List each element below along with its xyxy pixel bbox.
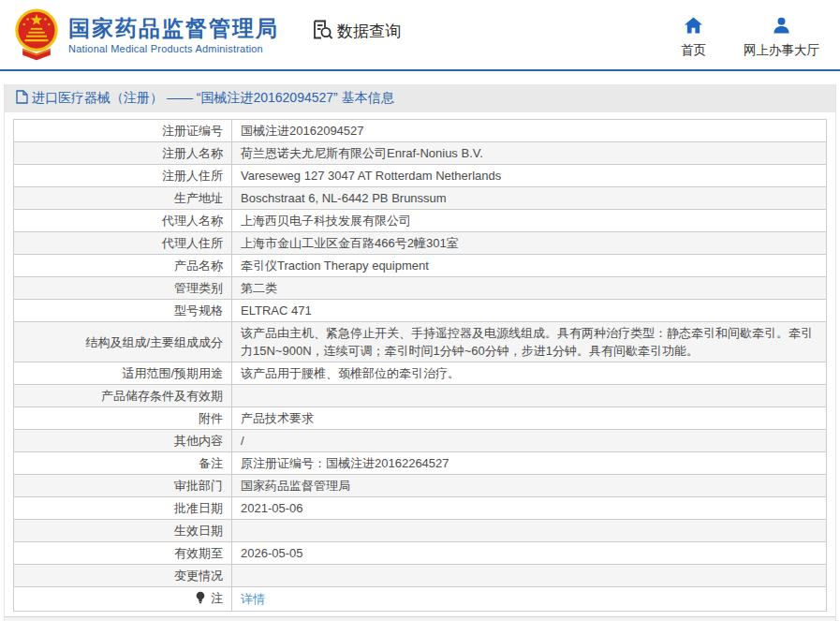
row-value-cell: Vareseweg 127 3047 AT Rotterdam Netherla…	[232, 165, 827, 187]
row-value-cell: 原注册证编号：国械注进20162264527	[232, 452, 827, 475]
nav-home[interactable]: 首页	[681, 17, 706, 59]
row-value-cell: 详情	[232, 587, 827, 612]
row-label: 注	[211, 591, 223, 605]
row-value-cell: Boschstraat 6, NL-6442 PB Brunssum	[232, 187, 827, 210]
row-label: 生产地址	[174, 191, 223, 205]
table-row: 有效期至 2026-05-05	[14, 542, 827, 565]
row-label: 代理人名称	[162, 214, 223, 228]
row-label-cell: 批准日期	[14, 497, 232, 520]
row-label: 备注	[199, 456, 223, 470]
site-title: 国家药品监督管理局	[68, 16, 279, 40]
row-label: 注册证编号	[162, 124, 223, 138]
row-value-cell: 牵引仪Traction Therapy equipment	[232, 255, 827, 277]
row-value-cell: 国械注进20162094527	[232, 120, 827, 142]
home-icon	[685, 17, 702, 37]
row-label-cell: 审批部门	[14, 475, 232, 497]
table-row: 注 详情	[14, 587, 827, 612]
row-label-cell: 注册人名称	[14, 142, 232, 165]
registration-info-table: 注册证编号 国械注进20162094527 注册人名称 荷兰恩诺夫尤尼斯有限公司…	[13, 119, 827, 612]
row-label-cell: 型号规格	[14, 300, 232, 322]
row-label-cell: 代理人名称	[14, 210, 232, 232]
person-icon	[773, 17, 790, 37]
table-row: 注册人住所 Vareseweg 127 3047 AT Rotterdam Ne…	[14, 165, 827, 187]
note-bulb-icon	[195, 591, 206, 609]
data-query-icon	[311, 18, 334, 45]
row-value-cell: 上海西贝电子科技发展有限公司	[232, 210, 827, 232]
row-value-cell	[232, 565, 827, 587]
row-value-cell: 2021-05-06	[232, 497, 827, 520]
row-label: 适用范围/预期用途	[122, 366, 223, 380]
breadcrumb-text: 进口医疗器械（注册） —— “国械注进20162094527” 基本信息	[32, 90, 394, 107]
table-row: 附件 产品技术要求	[14, 407, 827, 430]
table-row: 代理人名称 上海西贝电子科技发展有限公司	[14, 210, 827, 232]
row-value-cell	[232, 520, 827, 542]
table-row: 管理类别 第二类	[14, 277, 827, 300]
nav-online-hall[interactable]: 网上办事大厅	[744, 17, 819, 59]
row-label: 注册人名称	[162, 146, 223, 160]
row-label: 变更情况	[174, 569, 223, 583]
table-row: 型号规格 ELTRAC 471	[14, 300, 827, 322]
main-content: 进口医疗器械（注册） —— “国械注进20162094527” 基本信息 注册证…	[4, 84, 836, 621]
table-row: 生效日期	[14, 520, 827, 542]
row-label-cell: 适用范围/预期用途	[14, 362, 232, 385]
table-row: 注册人名称 荷兰恩诺夫尤尼斯有限公司Enraf-Nonius B.V.	[14, 142, 827, 165]
detail-link[interactable]: 详情	[241, 592, 265, 606]
row-label-cell: 结构及组成/主要组成成分	[14, 322, 232, 362]
row-value-cell: 该产品由主机、紧急停止开关、手持遥控器及电源线组成。具有两种治疗类型：静态牵引和…	[232, 322, 827, 362]
row-value-cell: 产品技术要求	[232, 407, 827, 430]
brand: 国家药品监督管理局 National Medical Products Admi…	[13, 7, 279, 62]
row-label: 结构及组成/主要组成成分	[85, 335, 223, 349]
breadcrumb: 进口医疗器械（注册） —— “国械注进20162094527” 基本信息	[5, 84, 835, 112]
brand-text: 国家药品监督管理局 National Medical Products Admi…	[68, 16, 279, 54]
row-label-cell: 注册证编号	[14, 120, 232, 142]
top-links: 首页 网上办事大厅	[681, 17, 819, 59]
table-row: 产品储存条件及有效期	[14, 385, 827, 407]
registration-table-body: 注册证编号 国械注进20162094527 注册人名称 荷兰恩诺夫尤尼斯有限公司…	[14, 120, 827, 612]
row-value-cell: 2026-05-05	[232, 542, 827, 565]
table-row: 备注 原注册证编号：国械注进20162264527	[14, 452, 827, 475]
table-row: 结构及组成/主要组成成分 该产品由主机、紧急停止开关、手持遥控器及电源线组成。具…	[14, 322, 827, 362]
row-label: 型号规格	[174, 303, 223, 318]
data-query-label: 数据查询	[337, 21, 401, 42]
table-row: 变更情况	[14, 565, 827, 587]
table-row: 注册证编号 国械注进20162094527	[14, 120, 827, 142]
site-header: 国家药品监督管理局 National Medical Products Admi…	[0, 0, 840, 71]
row-label-cell: 备注	[14, 452, 232, 475]
row-label: 有效期至	[174, 546, 223, 560]
site-subtitle: National Medical Products Administration	[68, 43, 279, 54]
table-row: 批准日期 2021-05-06	[14, 497, 827, 520]
table-row: 审批部门 国家药品监督管理局	[14, 475, 827, 497]
table-row: 代理人住所 上海市金山工业区金百路466号2幢301室	[14, 232, 827, 255]
row-label-cell: 产品储存条件及有效期	[14, 385, 232, 407]
table-row: 生产地址 Boschstraat 6, NL-6442 PB Brunssum	[14, 187, 827, 210]
row-label-cell: 有效期至	[14, 542, 232, 565]
row-label: 批准日期	[174, 501, 223, 515]
nav-home-label: 首页	[681, 42, 706, 59]
footer-strip	[5, 616, 835, 621]
row-label: 产品名称	[174, 259, 223, 273]
data-query-nav[interactable]: 数据查询	[311, 18, 401, 45]
row-value-cell: 该产品用于腰椎、颈椎部位的牵引治疗。	[232, 362, 827, 385]
document-icon	[16, 90, 32, 107]
row-value-cell: 国家药品监督管理局	[232, 475, 827, 497]
row-label: 生效日期	[174, 524, 223, 538]
table-row: 适用范围/预期用途 该产品用于腰椎、颈椎部位的牵引治疗。	[14, 362, 827, 385]
row-label: 产品储存条件及有效期	[101, 389, 223, 403]
row-value-cell	[232, 385, 827, 407]
table-row: 产品名称 牵引仪Traction Therapy equipment	[14, 255, 827, 277]
row-value-cell: 上海市金山工业区金百路466号2幢301室	[232, 232, 827, 255]
row-label-cell: 附件	[14, 407, 232, 430]
row-label: 注册人住所	[162, 169, 223, 183]
row-value-cell: /	[232, 430, 827, 452]
row-label-cell: 其他内容	[14, 430, 232, 452]
row-label: 其他内容	[174, 434, 223, 448]
row-label: 审批部门	[174, 479, 223, 493]
row-label-cell: 变更情况	[14, 565, 232, 587]
row-label-cell: 注册人住所	[14, 165, 232, 187]
row-label: 代理人住所	[162, 236, 223, 250]
row-label: 附件	[199, 411, 223, 425]
row-label: 管理类别	[174, 281, 223, 295]
row-label-cell: 产品名称	[14, 255, 232, 277]
row-value-cell: 第二类	[232, 277, 827, 300]
row-label-cell: 生效日期	[14, 520, 232, 542]
